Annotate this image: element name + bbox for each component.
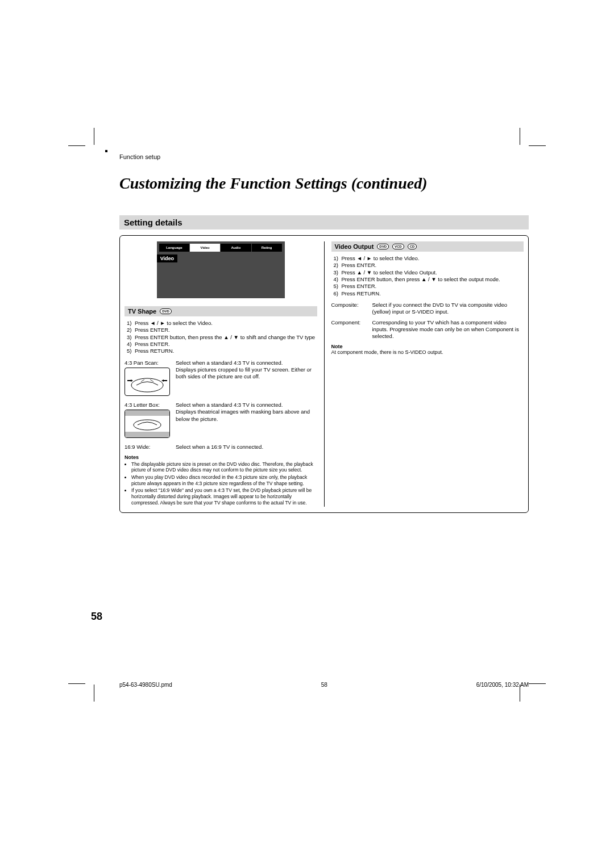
dvd-badge: DVD: [377, 244, 389, 249]
footer: p54-63-4980SU.pmd 58 6/10/2005, 10:32 AM: [119, 682, 529, 688]
crop-mark-bottom-left: [74, 659, 108, 693]
svg-marker-2: [131, 379, 133, 382]
option-label: 4:3 Letter Box:: [125, 402, 176, 408]
tv-shape-header: TV Shape DVD: [125, 306, 317, 316]
tab-language: Language: [159, 244, 190, 252]
page-title: Customizing the Function Settings (conti…: [119, 174, 529, 193]
option-letter-box: 4:3 Letter Box: Select when a stand: [125, 402, 317, 440]
setting-details-banner: Setting details: [119, 215, 529, 229]
option-wide: 16:9 Wide: Select when a 16:9 TV is conn…: [125, 444, 317, 450]
video-side-label: Video: [157, 254, 177, 262]
option-pan-scan: 4:3 Pan Scan:: [125, 360, 317, 398]
note-item: If you select "16:9 Wide" and you own a …: [131, 487, 317, 506]
page-number: 58: [91, 611, 102, 623]
video-output-options: Composite: Select if you connect the DVD…: [331, 302, 524, 340]
settings-screen-preview: Language Video Audio Rating Video: [157, 241, 285, 298]
svg-rect-6: [125, 432, 169, 437]
note-heading: Note At component mode, there is no S-VI…: [331, 344, 524, 355]
option-label: Component:: [331, 319, 372, 340]
option-label: Composite:: [331, 302, 372, 316]
pan-scan-icon: [125, 368, 170, 396]
video-output-heading: Video Output: [335, 243, 374, 250]
note-item: The displayable picture size is preset o…: [131, 461, 317, 473]
footer-date: 6/10/2005, 10:32 AM: [476, 682, 529, 688]
page: Function setup Customizing the Function …: [0, 0, 614, 868]
settings-tabs: Language Video Audio Rating: [159, 244, 283, 252]
letter-box-icon: [125, 410, 170, 438]
option-label: 4:3 Pan Scan:: [125, 360, 176, 366]
step: Press RETURN.: [135, 348, 174, 354]
option-desc: Corresponding to your TV which has a com…: [372, 319, 524, 340]
option-label: 16:9 Wide:: [125, 444, 176, 450]
step: Press ◄ / ► to select the Video.: [135, 320, 213, 327]
option-component: Component: Corresponding to your TV whic…: [331, 319, 524, 340]
dvd-badge: DVD: [160, 308, 172, 314]
step: Press ◄ / ► to select the Video.: [342, 255, 420, 262]
step: Press ENTER.: [135, 327, 170, 333]
step: Press ENTER.: [342, 283, 377, 290]
tab-rating: Rating: [252, 244, 283, 252]
notes-list: The displayable picture size is preset o…: [125, 461, 317, 506]
right-column: Video Output DVD VCD CD 1)Press ◄ / ► to…: [326, 241, 524, 507]
svg-point-0: [131, 378, 163, 392]
option-desc: Select if you connect the DVD to TV via …: [372, 302, 524, 316]
tv-shape-steps: 1)Press ◄ / ► to select the Video. 2)Pre…: [125, 320, 317, 355]
option-composite: Composite: Select if you connect the DVD…: [331, 302, 524, 316]
left-column: Language Video Audio Rating Video TV Sha…: [125, 241, 323, 507]
top-dot-icon: [105, 150, 107, 152]
step: Press ENTER button, then press the ▲ / ▼…: [135, 334, 315, 341]
footer-page: 58: [321, 682, 327, 688]
aspect-options: 4:3 Pan Scan:: [125, 360, 317, 451]
tab-video: Video: [190, 244, 221, 252]
column-divider: [324, 241, 325, 507]
details-panel: Language Video Audio Rating Video TV Sha…: [119, 235, 529, 513]
step: Press ▲ / ▼ to select the Video Output.: [342, 269, 437, 276]
tv-shape-heading: TV Shape: [128, 308, 156, 315]
video-output-header: Video Output DVD VCD CD: [331, 241, 524, 252]
cd-badge: CD: [408, 244, 417, 249]
note-text: At component mode, there is no S-VIDEO o…: [331, 349, 443, 355]
step: Press ENTER.: [135, 341, 170, 348]
notes-heading: Notes: [125, 454, 317, 460]
crop-mark-top-left: [74, 136, 108, 170]
step: Press RETURN.: [342, 290, 381, 297]
option-desc: Select when a standard 4:3 TV is connect…: [176, 402, 317, 440]
vcd-badge: VCD: [392, 244, 404, 249]
option-desc: Select when a standard 4:3 TV is connect…: [176, 360, 317, 398]
step: Press ENTER.: [342, 262, 377, 269]
option-desc: Select when a 16:9 TV is connected.: [176, 444, 317, 450]
svg-marker-4: [161, 379, 164, 382]
video-output-steps: 1)Press ◄ / ► to select the Video. 2)Pre…: [331, 255, 524, 297]
note-item: When you play DVD video discs recorded i…: [131, 474, 317, 486]
content-area: Function setup Customizing the Function …: [119, 153, 529, 513]
crop-mark-bottom-right: [506, 659, 540, 693]
svg-rect-5: [125, 410, 169, 416]
tab-audio: Audio: [221, 244, 251, 252]
step: Press ENTER button, then press ▲ / ▼ to …: [342, 276, 500, 283]
footer-file: p54-63-4980SU.pmd: [119, 682, 172, 688]
section-label: Function setup: [119, 153, 529, 160]
